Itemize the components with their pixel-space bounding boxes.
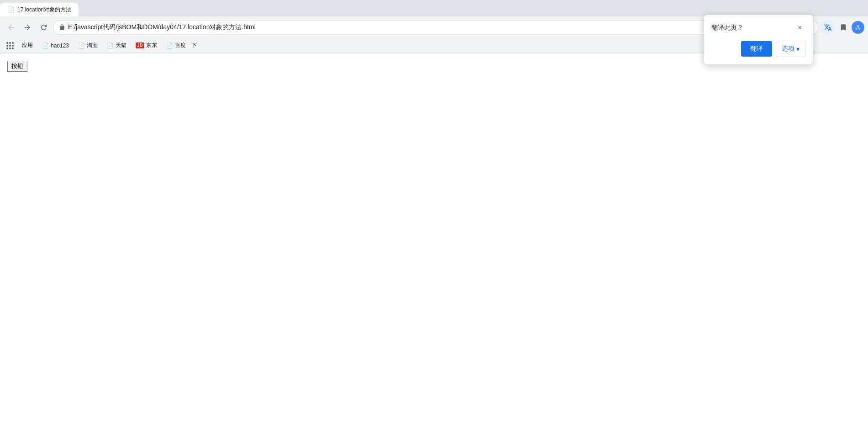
options-button[interactable]: 选项 ▾: [776, 41, 805, 57]
apps-grid-icon: [6, 42, 14, 49]
bookmark-icon-button[interactable]: [836, 20, 851, 35]
bookmark-hao123[interactable]: 📄 hao123: [38, 41, 73, 51]
translate-popup: 翻译此页？ × 翻译 选项 ▾: [704, 15, 813, 65]
active-tab[interactable]: 📄 17.location对象的方法: [0, 3, 79, 16]
back-button[interactable]: [4, 20, 18, 35]
tab-bar: 📄 17.location对象的方法: [0, 0, 868, 16]
bookmark-jd[interactable]: JD 京东: [132, 40, 161, 51]
hao123-icon: 📄: [42, 42, 49, 49]
translate-actions: 翻译 选项 ▾: [711, 41, 805, 57]
apps-button[interactable]: [4, 39, 16, 52]
bookmark-apps-label[interactable]: 应用: [18, 40, 37, 51]
taobao-icon: 📄: [78, 42, 85, 49]
translate-icon-button[interactable]: [821, 20, 835, 35]
reload-button[interactable]: [37, 20, 51, 35]
bookmark-tmall[interactable]: 📄 天猫: [103, 40, 130, 51]
page-content: 按钮: [0, 53, 868, 437]
tmall-icon: 📄: [107, 42, 114, 49]
translate-close-button[interactable]: ×: [794, 22, 805, 33]
bookmark-baidu[interactable]: 📄 百度一下: [163, 40, 200, 51]
url-text: E:/javascript代码/jsBOM和DOM/day04/17.locat…: [68, 23, 813, 32]
translate-popup-title: 翻译此页？: [711, 24, 743, 32]
page-button[interactable]: 按钮: [7, 61, 27, 72]
baidu-icon: 📄: [166, 42, 173, 49]
profile-avatar[interactable]: A: [852, 21, 864, 34]
translate-popup-header: 翻译此页？ ×: [711, 22, 805, 33]
bookmark-taobao[interactable]: 📄 淘宝: [74, 40, 101, 51]
lock-icon: [59, 24, 65, 32]
translate-button[interactable]: 翻译: [741, 41, 772, 57]
tab-title: 17.location对象的方法: [17, 6, 71, 14]
forward-button[interactable]: [20, 20, 35, 35]
tab-favicon: 📄: [7, 6, 15, 13]
toolbar-right: A: [821, 20, 864, 35]
chevron-down-icon: ▾: [796, 45, 800, 53]
jd-icon: JD: [136, 42, 144, 48]
